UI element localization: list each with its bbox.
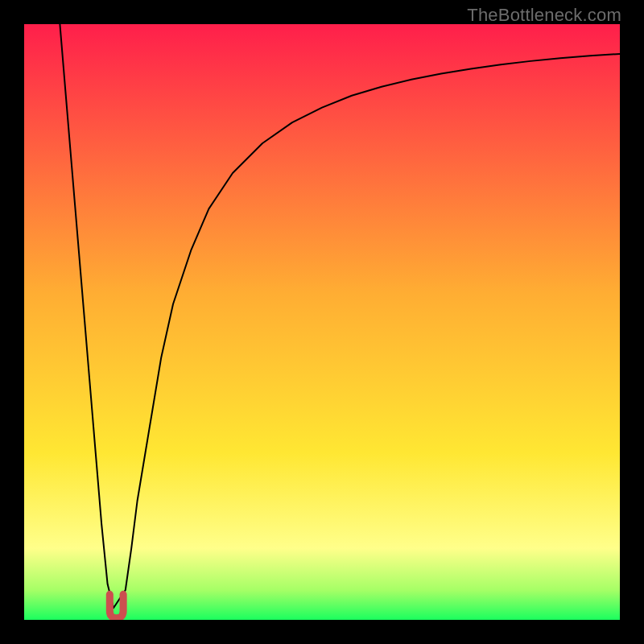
chart-background (24, 24, 620, 620)
chart-svg (24, 24, 620, 620)
plot-area (24, 24, 620, 620)
chart-frame: TheBottleneck.com (0, 0, 644, 644)
watermark-text: TheBottleneck.com (467, 5, 621, 26)
